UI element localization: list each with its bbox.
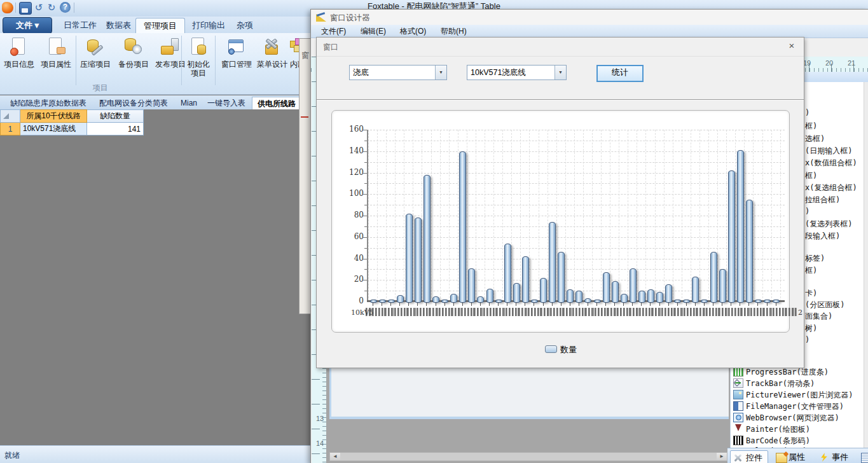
ribbon-tab-tables[interactable]: 数据表 xyxy=(99,18,139,33)
ribbon-tab-misc[interactable]: 杂项 xyxy=(229,18,261,33)
sheet-tab-device-class[interactable]: 配电网设备分类简表 xyxy=(94,97,173,109)
control-row-fragment[interactable]: x(复选组合框) xyxy=(805,183,857,193)
v-gridline xyxy=(520,130,521,301)
control-row-fragment[interactable]: (复选列表框) xyxy=(805,219,852,230)
x-tick xyxy=(632,303,633,306)
v-gridline xyxy=(413,130,413,301)
x-tick xyxy=(588,303,588,306)
window-manager-icon[interactable] xyxy=(227,37,246,56)
v-gridline xyxy=(493,130,494,301)
file-menu-button[interactable]: 文件 ▾ xyxy=(3,17,52,34)
project-props-icon[interactable] xyxy=(46,37,65,56)
init-project-label[interactable]: 初始化项目 xyxy=(186,60,211,78)
sheet-tab-import[interactable]: 一键导入表 xyxy=(202,97,251,109)
publish-project-label[interactable]: 发布项目 xyxy=(154,60,187,69)
tab-controls[interactable]: 控件 xyxy=(730,450,768,463)
ribbon-tab-manage[interactable]: 管理项目 xyxy=(135,18,185,34)
bar-chart-plot xyxy=(367,130,785,301)
x-tick xyxy=(444,303,445,306)
ribbon-tab-print[interactable]: 打印输出 xyxy=(184,18,233,33)
control-row-fragment[interactable]: 标签) xyxy=(805,253,825,264)
redo-icon[interactable]: ↻ xyxy=(46,2,57,13)
help-icon[interactable]: ? xyxy=(60,2,71,13)
control-row-fragment[interactable]: 框) xyxy=(805,265,817,276)
control-row-fragment[interactable]: 面集合) xyxy=(805,311,832,322)
menu-file[interactable]: 文件(F) xyxy=(315,25,352,38)
control-row-fragment[interactable]: 拉组合框) xyxy=(805,195,840,205)
backup-project-label[interactable]: 备份项目 xyxy=(117,60,150,69)
publish-project-icon[interactable] xyxy=(161,37,180,56)
column-header-count[interactable]: 缺陷数量 xyxy=(87,110,144,123)
x-tick xyxy=(659,303,660,306)
project-info-icon[interactable] xyxy=(10,37,29,56)
defect-count-cell[interactable]: 141 xyxy=(87,123,144,135)
compress-project-icon[interactable] xyxy=(86,37,105,56)
station-combobox[interactable]: 浇底 ▼ xyxy=(349,65,447,80)
bar-11 xyxy=(468,268,475,303)
line-combobox[interactable]: 10kV571浇底线 ▼ xyxy=(467,65,567,80)
sheet-tab-substation-lines[interactable]: 供电所线路 xyxy=(252,97,301,110)
sheet-tab-mian[interactable]: Mian xyxy=(176,97,202,109)
app-logo-icon[interactable] xyxy=(2,2,13,13)
sheet-tab-defect-db[interactable]: 缺陷隐患库原始数据表 xyxy=(5,97,92,109)
window-manager-label[interactable]: 窗口管理 xyxy=(220,60,253,69)
compress-project-label[interactable]: 压缩项目 xyxy=(79,60,112,69)
x-tick xyxy=(390,303,391,306)
control-row-fragment[interactable]: x(数值组合框) xyxy=(805,158,857,169)
tab-events[interactable]: 事件 xyxy=(816,450,853,463)
preview-titlebar[interactable]: 窗口 × xyxy=(317,38,804,57)
control-pictureviewer[interactable]: PictureViewer(图片浏览器) xyxy=(746,390,853,401)
control-row-fragment[interactable]: ) xyxy=(805,335,809,344)
save-icon[interactable] xyxy=(19,2,32,15)
control-row-fragment[interactable]: ) xyxy=(805,108,809,117)
control-row-fragment[interactable]: 树) xyxy=(805,323,817,334)
x-tick xyxy=(650,303,651,306)
menu-format[interactable]: 格式(O) xyxy=(394,25,432,38)
init-project-icon[interactable] xyxy=(189,37,208,56)
backup-project-icon[interactable] xyxy=(124,37,143,56)
control-row-fragment[interactable]: 卡) xyxy=(805,288,817,299)
menu-edit[interactable]: 编辑(E) xyxy=(354,25,392,38)
chevron-down-icon[interactable]: ▼ xyxy=(435,66,446,79)
control-webbrowser[interactable]: WebBrowser(网页浏览器) xyxy=(746,413,839,424)
bar-20 xyxy=(549,222,556,303)
scroll-right-arrow[interactable]: ► xyxy=(717,453,727,460)
control-row-fragment[interactable]: 框) xyxy=(805,170,817,181)
line-name-cell[interactable]: 10kV571浇底线 xyxy=(20,123,87,135)
control-row-fragment[interactable]: 框) xyxy=(805,121,817,132)
scroll-left-arrow[interactable]: ◄ xyxy=(330,453,340,460)
row-number-cell[interactable]: 1 xyxy=(1,123,20,135)
menu-help[interactable]: 帮助(H) xyxy=(434,25,473,38)
control-row-fragment[interactable]: ) xyxy=(805,207,809,216)
v-gridline xyxy=(467,130,467,301)
control-row-fragment[interactable]: 段输入框) xyxy=(805,231,840,242)
ribbon-tab-daily[interactable]: 日常工作 xyxy=(56,18,104,33)
table-row[interactable]: 1 10kV571浇底线 141 xyxy=(1,123,144,135)
column-header-line[interactable]: 所属10千伏线路 xyxy=(20,110,87,123)
bar-8 xyxy=(441,300,448,303)
v-gridline xyxy=(691,130,691,301)
control-trackbar[interactable]: TrackBar(滑动条) xyxy=(746,378,815,389)
designer-hscrollbar[interactable]: ◄ ► xyxy=(329,452,727,461)
control-row-fragment[interactable]: (分区面板) xyxy=(805,300,844,310)
chevron-down-icon[interactable]: ▼ xyxy=(555,66,566,79)
close-icon[interactable]: × xyxy=(786,40,797,52)
control-progressbar[interactable]: ProgressBar(进度条) xyxy=(746,367,829,378)
tab-fields-partial[interactable]: 字 xyxy=(858,450,868,463)
stat-button[interactable]: 统计 xyxy=(596,65,644,82)
table-corner-cell[interactable] xyxy=(1,110,20,123)
menu-design-icon[interactable] xyxy=(263,37,282,56)
project-info-label[interactable]: 项目信息 xyxy=(3,60,36,69)
panel-scrollbar[interactable] xyxy=(864,82,868,448)
control-row-fragment[interactable]: 选框) xyxy=(805,134,825,144)
bar-12 xyxy=(477,296,484,303)
control-filemanager[interactable]: FileManager(文件管理器) xyxy=(746,401,844,412)
control-barcode[interactable]: BarCode(条形码) xyxy=(746,436,810,446)
control-painter[interactable]: Painter(绘图板) xyxy=(746,424,810,435)
tab-properties[interactable]: 属性 xyxy=(773,450,810,463)
vruler-14: 14 xyxy=(316,439,324,447)
control-row-fragment[interactable]: (日期输入框) xyxy=(805,146,852,156)
designer-titlebar[interactable]: 窗口设计器 xyxy=(311,10,868,25)
project-props-label[interactable]: 项目属性 xyxy=(39,60,72,69)
undo-icon[interactable]: ↺ xyxy=(33,2,45,13)
